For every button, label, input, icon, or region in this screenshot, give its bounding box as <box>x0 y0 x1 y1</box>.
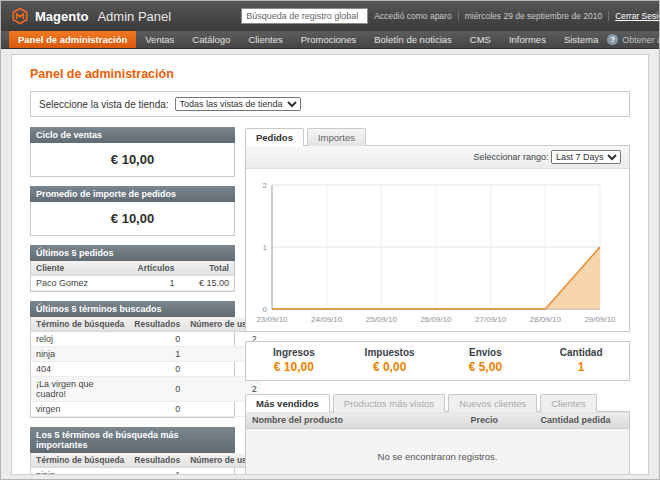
table-row: ninja110 <box>31 468 262 476</box>
chart-area: 01223/09/1024/09/1025/09/1026/09/1027/09… <box>246 169 629 331</box>
nav-item-catalogo[interactable]: Catálogo <box>183 31 239 48</box>
tab-mas-vendidos[interactable]: Más vendidos <box>245 394 330 412</box>
table-row: 40401 <box>31 362 262 377</box>
column-header: Total <box>179 261 234 276</box>
orders-chart-panel: Seleccionar rango: Last 7 Days 01223/09/… <box>245 145 630 332</box>
page-help-link[interactable]: Obtener ayuda para esta página <box>607 31 660 48</box>
card-title: Los 5 términos de búsqueda más important… <box>30 427 235 453</box>
products-tabs: Más vendidos Productos más vistos Nuevos… <box>245 393 630 411</box>
svg-text:0: 0 <box>263 305 268 314</box>
total-value: € 0,00 <box>342 360 438 374</box>
tab-productos-mas-vistos[interactable]: Productos más vistos <box>333 394 445 412</box>
column-header: Precio <box>465 412 535 429</box>
total-impuestos: Impuestos € 0,00 <box>342 342 438 380</box>
table-cell: 0 <box>129 362 185 377</box>
nav-item-dashboard[interactable]: Panel de administración <box>9 31 136 48</box>
table-row: Paco Gomez1€ 15.00 <box>31 276 234 291</box>
page-title: Panel de administración <box>30 67 630 81</box>
lifetime-sales-card: Ciclo de ventas € 10,00 <box>30 127 235 177</box>
column-header: Resultados <box>129 453 185 468</box>
dashboard: Ciclo de ventas € 10,00 Promedio de impo… <box>30 127 630 475</box>
svg-text:29/09/10: 29/09/10 <box>584 315 616 324</box>
column-header: Resultados <box>129 317 185 332</box>
table-cell: € 15.00 <box>179 276 234 291</box>
product-name: Admin Panel <box>97 9 171 24</box>
logo: Magento Admin Panel <box>11 7 171 25</box>
table-cell: reloj <box>31 332 129 347</box>
dashboard-right-column: Pedidos Importes Seleccionar rango: Last… <box>245 127 630 475</box>
total-label: Impuestos <box>342 347 438 358</box>
session-info: Accedió como aparo miércoles 29 de septi… <box>368 11 660 21</box>
nav-item-ventas[interactable]: Ventas <box>136 31 183 48</box>
nav-item-cms[interactable]: CMS <box>461 31 500 48</box>
magento-logo-icon <box>11 7 29 25</box>
help-icon <box>607 34 618 45</box>
last-orders-table: Cliente Artículos Total Paco Gomez1€ 15.… <box>31 261 234 291</box>
range-select[interactable]: Last 7 Days <box>551 150 621 164</box>
total-value: € 10,00 <box>246 360 342 374</box>
card-title: Últimos 5 pedidos <box>30 245 235 261</box>
logged-in-as: Accedió como aparo <box>368 11 458 21</box>
table-cell: 0 <box>129 377 185 402</box>
brand-name: Magento <box>35 9 88 24</box>
page-content: Panel de administración Seleccione la vi… <box>11 54 649 475</box>
column-header: Término de búsqueda <box>31 453 129 468</box>
svg-text:26/09/10: 26/09/10 <box>420 315 452 324</box>
chart-tabs: Pedidos Importes <box>245 127 630 145</box>
top-search-terms-table: Término de búsqueda Resultados Número de… <box>31 453 262 475</box>
table-cell: ninja <box>31 347 129 362</box>
last-search-terms-table: Término de búsqueda Resultados Número de… <box>31 317 262 417</box>
range-label: Seleccionar rango: <box>473 152 548 162</box>
table-cell: 1 <box>116 276 180 291</box>
svg-text:28/09/10: 28/09/10 <box>530 315 562 324</box>
svg-text:25/09/10: 25/09/10 <box>366 315 398 324</box>
nav-item-clientes[interactable]: Clientes <box>239 31 291 48</box>
nav-item-boletin[interactable]: Boletín de noticias <box>365 31 461 48</box>
help-label: Obtener ayuda para esta página <box>622 35 660 45</box>
nav-item-sistema[interactable]: Sistema <box>555 31 607 48</box>
column-header: Cantidad pedida <box>535 412 630 429</box>
table-row: ninja110 <box>31 347 262 362</box>
empty-records-message: No se encontraron registros. <box>246 429 630 476</box>
card-title: Ciclo de ventas <box>30 127 235 143</box>
logout-link[interactable]: Cerrar Sesión <box>608 11 660 21</box>
average-order-card: Promedio de importe de pedidos € 10,00 <box>30 186 235 236</box>
store-view-select[interactable]: Todas las vistas de tienda <box>175 97 301 111</box>
totals-strip: Ingresos € 10,00 Impuestos € 0,00 Envíos… <box>245 341 630 381</box>
total-value: 1 <box>533 360 629 374</box>
card-title: Promedio de importe de pedidos <box>30 186 235 202</box>
column-header: Cliente <box>31 261 116 276</box>
total-ingresos: Ingresos € 10,00 <box>246 342 342 380</box>
range-bar: Seleccionar rango: Last 7 Days <box>246 146 629 169</box>
tab-clientes[interactable]: Clientes <box>540 394 596 412</box>
global-search-input[interactable] <box>241 8 368 24</box>
table-row: ¡La virgen que cuadro!02 <box>31 377 262 402</box>
svg-text:1: 1 <box>263 243 268 252</box>
nav-item-promociones[interactable]: Promociones <box>292 31 365 48</box>
table-row: reloj02 <box>31 332 262 347</box>
table-cell: ¡La virgen que cuadro! <box>31 377 129 402</box>
table-cell: virgen <box>31 402 129 417</box>
average-order-value: € 10,00 <box>31 202 234 235</box>
table-cell: 0 <box>129 332 185 347</box>
store-view-switcher: Seleccione la vista de tienda: Todas las… <box>30 91 630 117</box>
total-value: € 5,00 <box>438 360 534 374</box>
svg-text:24/09/10: 24/09/10 <box>311 315 343 324</box>
tab-nuevos-clientes[interactable]: Nuevos clientes <box>448 394 537 412</box>
tab-pedidos[interactable]: Pedidos <box>245 128 304 146</box>
table-row: virgen01 <box>31 402 262 417</box>
table-cell: 1 <box>129 468 185 476</box>
tab-importes[interactable]: Importes <box>307 128 366 146</box>
bestsellers-table: Nombre del producto Precio Cantidad pedi… <box>245 411 630 475</box>
svg-text:27/09/10: 27/09/10 <box>475 315 507 324</box>
total-envios: Envíos € 5,00 <box>438 342 534 380</box>
dashboard-left-column: Ciclo de ventas € 10,00 Promedio de impo… <box>30 127 235 475</box>
top-search-terms-card: Los 5 términos de búsqueda más important… <box>30 427 235 475</box>
nav-item-informes[interactable]: Informes <box>500 31 555 48</box>
store-view-label: Seleccione la vista de tienda: <box>39 99 169 110</box>
table-cell: 1 <box>129 347 185 362</box>
magento-admin-window: Magento Admin Panel Accedió como aparo m… <box>0 0 660 480</box>
column-header: Término de búsqueda <box>31 317 129 332</box>
total-label: Cantidad <box>533 347 629 358</box>
total-label: Ingresos <box>246 347 342 358</box>
